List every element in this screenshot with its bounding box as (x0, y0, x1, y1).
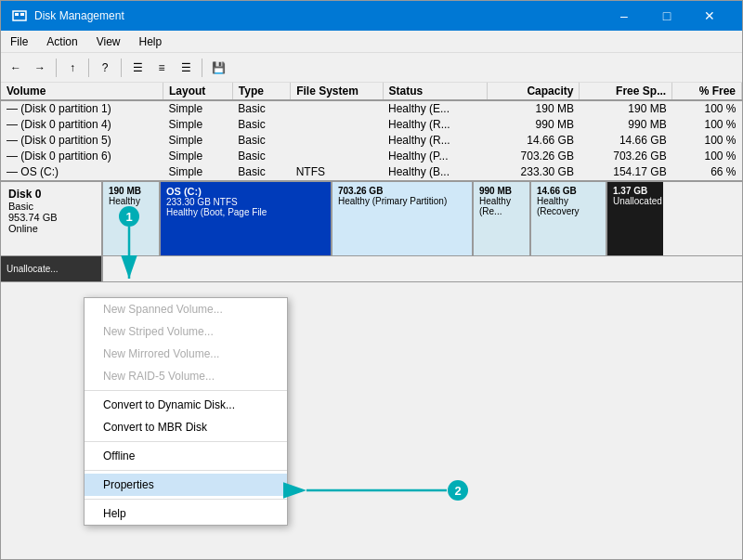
toolbar-sep-2 (88, 59, 89, 77)
menu-file[interactable]: File (1, 33, 37, 50)
partition-703[interactable]: 703.26 GB Healthy (Primary Partition) (332, 182, 474, 255)
partition-c[interactable]: OS (C:) 233.30 GB NTFS Healthy (Boot, Pa… (161, 182, 332, 255)
export-button[interactable]: 💾 (207, 57, 229, 79)
help-button[interactable]: ? (94, 57, 116, 79)
p1-size: 190 MB (109, 186, 153, 196)
ctx-sep-3 (85, 470, 287, 471)
cell-layout: Simple (163, 133, 233, 149)
volume-table: Volume Layout Type File System Status Ca… (1, 83, 742, 180)
table-row[interactable]: — (Disk 0 partition 5) Simple Basic Heal… (1, 133, 742, 149)
cell-status: Healthy (B... (383, 164, 487, 180)
col-capacity[interactable]: Capacity (487, 83, 580, 100)
cell-pct: 100 % (672, 117, 742, 133)
cell-capacity: 703.26 GB (487, 149, 580, 164)
col-type[interactable]: Type (232, 83, 290, 100)
cell-status: Healthy (E... (383, 100, 487, 117)
detail-view-button[interactable]: ≡ (150, 57, 173, 79)
cell-type: Basic (232, 100, 290, 117)
title-bar-left: Disk Management (12, 8, 124, 23)
cell-pct: 100 % (672, 149, 742, 164)
menu-view[interactable]: View (87, 33, 130, 50)
cell-fs (291, 133, 383, 149)
disk-0-status: Online (8, 223, 94, 234)
cell-volume: — (Disk 0 partition 1) (1, 100, 163, 117)
unallocated-row: Unallocate... (1, 256, 742, 282)
disk-0-size: 953.74 GB (8, 212, 94, 223)
cell-pct: 100 % (672, 133, 742, 149)
cell-free: 154.17 GB (580, 164, 672, 180)
properties-button[interactable]: ☰ (175, 57, 197, 79)
disk-0-row: Disk 0 Basic 953.74 GB Online 190 MB Hea… (1, 182, 742, 256)
toolbar: ← → ↑ ? ☰ ≡ ☰ 💾 (1, 53, 742, 83)
title-bar: Disk Management – □ ✕ (1, 1, 742, 31)
table-row[interactable]: — (Disk 0 partition 1) Simple Basic Heal… (1, 100, 742, 117)
ctx-convert-mbr[interactable]: Convert to MBR Disk (85, 416, 287, 438)
cell-volume: — (Disk 0 partition 6) (1, 149, 163, 164)
p990-detail: Healthy (Re... (479, 196, 524, 216)
menu-action[interactable]: Action (37, 33, 86, 50)
context-menu[interactable]: New Spanned Volume... New Striped Volume… (84, 297, 288, 526)
table-row[interactable]: — (Disk 0 partition 6) Simple Basic Heal… (1, 149, 742, 164)
partition-1[interactable]: 190 MB Healthy (103, 182, 161, 255)
cell-capacity: 990 MB (487, 117, 580, 133)
partition-990[interactable]: 990 MB Healthy (Re... (474, 182, 531, 255)
ctx-new-raid5[interactable]: New RAID-5 Volume... (85, 365, 287, 387)
p703-size: 703.26 GB (338, 186, 466, 196)
menu-help[interactable]: Help (130, 33, 172, 50)
table-row[interactable]: — OS (C:) Simple Basic NTFS Healthy (B..… (1, 164, 742, 180)
ctx-new-striped[interactable]: New Striped Volume... (85, 320, 287, 343)
cell-status: Healthy (P... (383, 149, 487, 164)
ctx-new-spanned[interactable]: New Spanned Volume... (85, 298, 287, 320)
col-free[interactable]: Free Sp... (580, 83, 672, 100)
cell-type: Basic (232, 149, 290, 164)
svg-rect-1 (15, 13, 19, 16)
ctx-new-mirrored[interactable]: New Mirrored Volume... (85, 343, 287, 365)
disk-0-type: Basic (8, 201, 94, 212)
ctx-properties[interactable]: Properties (85, 474, 287, 496)
pc-size: 233.30 GB NTFS (166, 197, 325, 207)
close-button[interactable]: ✕ (688, 1, 731, 31)
cell-fs: NTFS (291, 164, 383, 180)
cell-layout: Simple (163, 100, 233, 117)
col-volume[interactable]: Volume (1, 83, 163, 100)
punalloc-size: 1.37 GB (613, 186, 658, 196)
ctx-help[interactable]: Help (85, 502, 287, 525)
cell-layout: Simple (163, 149, 233, 164)
cell-type: Basic (232, 133, 290, 149)
cell-pct: 66 % (672, 164, 742, 180)
p14-detail: Healthy (Recovery (537, 196, 600, 216)
cell-capacity: 233.30 GB (487, 164, 580, 180)
volume-table-body: — (Disk 0 partition 1) Simple Basic Heal… (1, 100, 742, 180)
cell-volume: — (Disk 0 partition 4) (1, 117, 163, 133)
ctx-offline[interactable]: Offline (85, 445, 287, 467)
p990-size: 990 MB (479, 186, 524, 196)
forward-button[interactable]: → (29, 57, 51, 79)
up-button[interactable]: ↑ (61, 57, 84, 79)
cell-status: Healthy (R... (383, 133, 487, 149)
volume-table-area: Volume Layout Type File System Status Ca… (1, 83, 742, 182)
col-layout[interactable]: Layout (163, 83, 233, 100)
maximize-button[interactable]: □ (645, 1, 688, 31)
ctx-sep-4 (85, 499, 287, 500)
cell-volume: — OS (C:) (1, 164, 163, 180)
back-button[interactable]: ← (5, 57, 27, 79)
cell-pct: 100 % (672, 100, 742, 117)
table-row[interactable]: — (Disk 0 partition 4) Simple Basic Heal… (1, 117, 742, 133)
ctx-convert-dynamic[interactable]: Convert to Dynamic Disk... (85, 394, 287, 416)
cell-volume: — (Disk 0 partition 5) (1, 133, 163, 149)
toolbar-sep-4 (202, 59, 202, 77)
col-status[interactable]: Status (383, 83, 487, 100)
ctx-sep-1 (85, 390, 287, 391)
window-title: Disk Management (34, 9, 124, 22)
col-pct[interactable]: % Free (672, 83, 742, 100)
col-filesystem[interactable]: File System (291, 83, 383, 100)
partition-14gb[interactable]: 14.66 GB Healthy (Recovery (531, 182, 607, 255)
partition-unalloc[interactable]: 1.37 GB Unallocated (607, 182, 663, 255)
app-icon (12, 8, 27, 23)
pc-detail: Healthy (Boot, Page File (166, 207, 325, 217)
ctx-sep-2 (85, 441, 287, 442)
cell-free: 190 MB (580, 100, 672, 117)
list-view-button[interactable]: ☰ (126, 57, 149, 79)
cell-layout: Simple (163, 117, 233, 133)
minimize-button[interactable]: – (603, 1, 645, 31)
